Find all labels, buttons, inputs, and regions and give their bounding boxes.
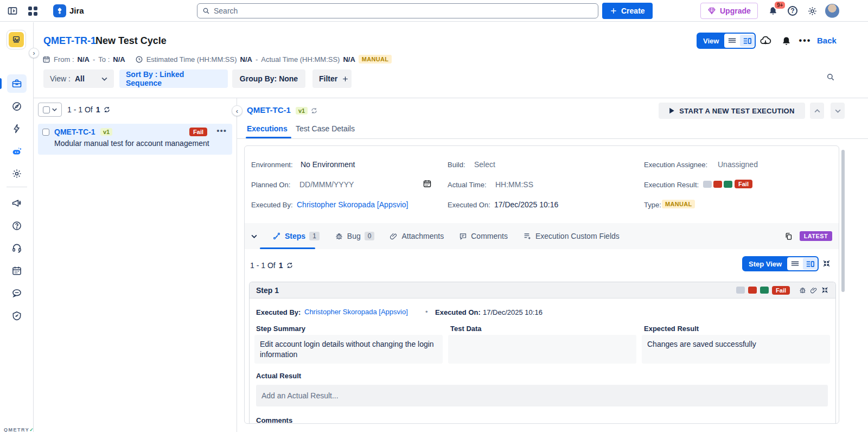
test-case-list-item[interactable]: QMET-TC-1 v1 Fail ••• Modular manual tes… <box>38 124 232 155</box>
sort-by-filter[interactable]: Sort By : Linked Sequence <box>119 69 228 88</box>
panel-search-button[interactable] <box>826 72 835 82</box>
pagination-range: 1 - 1 Of <box>67 105 93 114</box>
rail-expand-button[interactable]: › <box>29 48 39 58</box>
test-case-key[interactable]: QMET-TC-1 <box>54 128 95 136</box>
row-checkbox[interactable] <box>42 129 49 136</box>
sidebar-item-help[interactable] <box>7 217 27 235</box>
sidebar-item-test-cycles[interactable] <box>7 74 27 93</box>
refresh-icon[interactable] <box>310 107 318 115</box>
global-search[interactable] <box>197 3 598 18</box>
tab-steps[interactable]: Steps 1 <box>272 223 320 249</box>
sidebar-item-calendar[interactable] <box>7 262 27 280</box>
test-data-box[interactable] <box>448 335 636 364</box>
step-header: Step 1 Fail <box>250 282 835 298</box>
scrollbar-thumb[interactable] <box>841 150 845 292</box>
calendar-icon <box>42 55 50 63</box>
start-execution-button[interactable]: START A NEW TEST EXECUTION <box>659 103 805 119</box>
group-by-filter[interactable]: Group By: None <box>232 69 305 88</box>
watch-button[interactable] <box>778 34 794 48</box>
back-link[interactable]: Back <box>817 36 837 45</box>
compass-icon <box>11 101 22 112</box>
step-result-badge[interactable]: Fail <box>772 286 790 295</box>
upgrade-button[interactable]: Upgrade <box>700 3 758 19</box>
select-all-control[interactable] <box>38 103 62 117</box>
help-button[interactable]: ? <box>786 4 800 18</box>
search-input[interactable] <box>214 7 593 15</box>
list-view-icon[interactable] <box>788 258 802 270</box>
exec-test-case-key[interactable]: QMET-TC-1 <box>247 105 291 115</box>
sidebar-item-explore[interactable] <box>7 97 27 116</box>
jira-logo[interactable] <box>53 4 66 17</box>
project-logo[interactable] <box>7 30 26 49</box>
detail-view-icon[interactable] <box>740 35 754 47</box>
app-grid-icon[interactable] <box>25 4 40 18</box>
result-fail-swatch[interactable] <box>748 287 757 294</box>
result-pass-swatch[interactable] <box>760 287 769 294</box>
prev-execution-button[interactable] <box>810 103 824 119</box>
result-pass-swatch[interactable] <box>724 181 732 188</box>
step-view-toggle[interactable]: Step View <box>742 256 819 271</box>
step-executed-by-value[interactable]: Christopher Skoropada [Appsvio] <box>304 308 408 316</box>
actual-result-input[interactable]: Add an Actual Result... <box>256 385 828 406</box>
sidebar-toggle-icon[interactable] <box>5 4 20 18</box>
detail-view-icon[interactable] <box>803 258 817 270</box>
sidebar-item-gauge[interactable] <box>7 307 27 325</box>
planned-on-value[interactable]: DD/MMM/YYYY <box>299 180 354 189</box>
collapse-steps-icon[interactable] <box>251 234 257 238</box>
rail-divider <box>7 187 27 187</box>
tab-execution-custom-fields[interactable]: Execution Custom Fields <box>523 223 620 249</box>
build-value[interactable]: Select <box>474 160 495 169</box>
sidebar-item-feedback[interactable] <box>7 284 27 302</box>
step-summary-box[interactable]: Edit account login details without chang… <box>254 335 443 364</box>
compress-icon[interactable] <box>821 286 829 294</box>
actual-time-value[interactable]: HH:MM:SS <box>495 180 533 189</box>
execution-result-badge[interactable]: Fail <box>735 180 752 188</box>
result-notrun-swatch[interactable] <box>703 181 712 188</box>
tab-attachments[interactable]: Attachments <box>390 223 444 249</box>
filter-button[interactable]: Filter <box>312 69 352 88</box>
gear-icon <box>807 6 818 16</box>
expected-result-box[interactable]: Changes are saved successfully <box>642 335 830 364</box>
divider <box>237 138 868 139</box>
tab-executions[interactable]: Executions <box>247 124 288 133</box>
next-execution-button[interactable] <box>831 103 845 119</box>
more-button[interactable]: ••• <box>797 34 813 48</box>
create-button[interactable]: Create <box>602 3 653 19</box>
sidebar-item-settings[interactable] <box>7 164 27 183</box>
result-fail-swatch[interactable] <box>713 181 722 188</box>
type-label: Type: <box>644 201 661 209</box>
sidebar-item-support[interactable] <box>7 239 27 257</box>
sidebar-item-announcements[interactable] <box>7 194 27 212</box>
compress-icon[interactable] <box>822 259 831 268</box>
actual-time-value: N/A <box>343 55 355 63</box>
export-button[interactable] <box>758 34 773 48</box>
topbar: Jira Create Upgrade 9+ ? <box>0 0 868 22</box>
executed-by-value[interactable]: Christopher Skoropada [Appsvio] <box>297 200 408 209</box>
calendar-icon[interactable] <box>423 179 432 188</box>
copy-icon[interactable] <box>784 232 793 241</box>
refresh-icon[interactable] <box>286 262 293 269</box>
bug-icon[interactable] <box>799 286 807 294</box>
refresh-icon[interactable] <box>103 106 111 113</box>
result-notrun-swatch[interactable] <box>736 287 745 294</box>
sidebar-item-automation[interactable] <box>7 119 27 138</box>
step-pagination: 1 - 1 Of 1 <box>250 261 293 270</box>
row-more-button[interactable]: ••• <box>216 126 227 135</box>
view-filter[interactable]: View : All <box>43 69 114 88</box>
view-toggle[interactable]: View <box>697 33 756 49</box>
assignee-value[interactable]: Unassigned <box>718 160 758 169</box>
settings-button[interactable] <box>805 4 819 18</box>
test-cycle-key[interactable]: QMET-TR-1 <box>43 35 96 47</box>
list-view-icon[interactable] <box>725 35 739 47</box>
tab-test-case-details[interactable]: Test Case Details <box>296 124 355 133</box>
collapse-list-button[interactable]: ‹ <box>232 105 242 116</box>
tab-comments[interactable]: Comments <box>459 223 508 249</box>
user-avatar[interactable] <box>825 4 839 18</box>
qmetry-check-icon: ✓ <box>29 427 34 432</box>
tab-bug[interactable]: Bug 0 <box>335 223 375 249</box>
notifications-button[interactable]: 9+ <box>766 4 780 18</box>
environment-value[interactable]: No Environment <box>301 160 355 169</box>
sidebar-item-ai-bot[interactable] <box>7 142 27 161</box>
paperclip-icon[interactable] <box>810 287 818 294</box>
select-all-checkbox[interactable] <box>43 106 50 113</box>
